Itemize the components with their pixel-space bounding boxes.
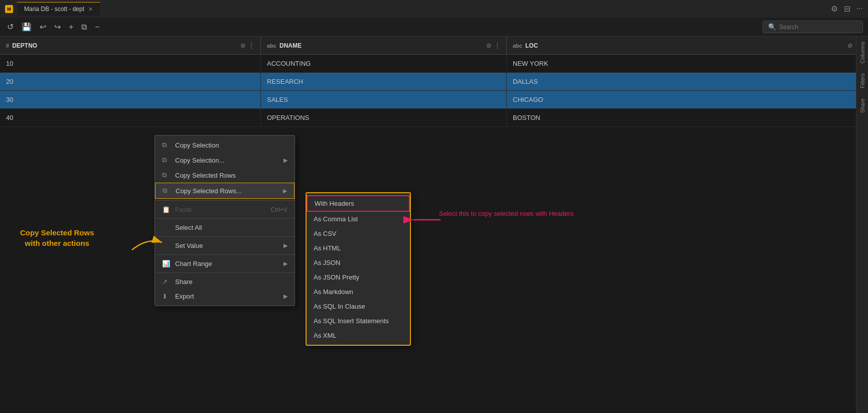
table-row[interactable]: 10 ACCOUNTING NEW YORK [0, 55, 868, 73]
submenu-item-as-sql-insert[interactable]: As SQL Insert Statements [307, 314, 410, 328]
col-actions-deptno: ⊘ ⋮ [240, 42, 254, 49]
table-row[interactable]: 20 RESEARCH DALLAS [0, 73, 868, 91]
menu-item-set-value[interactable]: Set Value ▶ [155, 238, 295, 253]
submenu-item-as-json-pretty[interactable]: As JSON Pretty [307, 270, 410, 285]
sidebar-tab-share[interactable]: Share [859, 98, 865, 113]
submenu-label-as-json: As JSON [314, 259, 340, 266]
submenu-item-as-xml[interactable]: As XML [307, 328, 410, 343]
hash-icon: # [6, 43, 9, 49]
save-button[interactable]: 💾 [20, 21, 34, 33]
col-header-deptno[interactable]: # DEPTNO ⊘ ⋮ [0, 37, 261, 54]
sidebar-tab-filters[interactable]: Filters [859, 73, 865, 88]
cell-dname-3: OPERATIONS [261, 109, 507, 126]
submenu-label-with-headers: With Headers [315, 200, 354, 207]
search-input[interactable] [779, 24, 857, 31]
sidebar-tab-columns[interactable]: Columns [859, 42, 865, 63]
undo-button[interactable]: ↩ [38, 21, 48, 33]
refresh-button[interactable]: ↺ [5, 21, 16, 33]
col-header-loc[interactable]: abc LOC ⊘ ⋮ [507, 37, 868, 54]
menu-label-chart-range: Chart Range [175, 260, 212, 267]
cell-loc-3: BOSTON [507, 109, 868, 126]
submenu-item-as-comma-list[interactable]: As Comma List [307, 212, 410, 226]
copy-button[interactable]: ⧉ [79, 22, 89, 33]
table-row[interactable]: 40 OPERATIONS BOSTON [0, 109, 868, 127]
orange-arrow-svg [129, 235, 165, 255]
pink-arrow-svg [411, 212, 442, 227]
cell-deptno-3: 40 [0, 109, 261, 126]
add-button[interactable]: + [67, 22, 75, 33]
cell-dname-1: RESEARCH [261, 73, 507, 90]
submenu-item-with-headers[interactable]: With Headers [307, 195, 410, 212]
submenu-item-as-csv[interactable]: As CSV [307, 226, 410, 241]
grid-container: # DEPTNO ⊘ ⋮ abc DNAME ⊘ ⋮ abc LOC ⊘ ⋮ [0, 37, 868, 413]
paste-icon: 📋 [162, 206, 170, 213]
abc-icon-loc: abc [513, 43, 522, 49]
share-icon: ↗ [162, 278, 170, 286]
more-icon[interactable]: ··· [856, 4, 863, 14]
more-icon-deptno[interactable]: ⋮ [248, 42, 254, 49]
submenu-label-as-csv: As CSV [314, 230, 337, 237]
cell-deptno-2: 30 [0, 91, 261, 108]
filter-icon-loc[interactable]: ⊘ [847, 42, 852, 49]
menu-item-export[interactable]: ⬇ Export ▶ [155, 289, 295, 304]
chart-icon: 📊 [162, 260, 170, 267]
submenu-arrow-icon-5: ▶ [283, 293, 287, 300]
submenu-arrow-icon-4: ▶ [283, 260, 287, 267]
context-menu: ⧉ Copy Selection ⧉ Copy Selection... ▶ ⧉… [155, 135, 295, 306]
annotation-text: Copy Selected Rows with other actions [20, 227, 94, 248]
copy-icon-4: ⧉ [163, 187, 171, 195]
redo-button[interactable]: ↪ [52, 21, 63, 33]
menu-item-copy-selected-rows-dots[interactable]: ⧉ Copy Selected Rows... ▶ [155, 183, 295, 199]
menu-item-share[interactable]: ↗ Share [155, 274, 295, 289]
menu-item-copy-selection-dots[interactable]: ⧉ Copy Selection... ▶ [155, 153, 295, 168]
col-label-loc: LOC [525, 42, 538, 49]
col-header-dname[interactable]: abc DNAME ⊘ ⋮ [261, 37, 507, 54]
submenu-label-as-json-pretty: As JSON Pretty [314, 273, 359, 281]
menu-item-select-all[interactable]: Select All [155, 220, 295, 235]
cell-dname-0: ACCOUNTING [261, 55, 507, 72]
pink-annotation: Select this to copy selected rows with H… [439, 210, 573, 217]
submenu-item-as-markdown[interactable]: As Markdown [307, 285, 410, 299]
submenu-item-as-json[interactable]: As JSON [307, 255, 410, 270]
submenu-label-as-sql-in-clause: As SQL In Clause [314, 303, 365, 310]
table-row[interactable]: 30 SALES CHICAGO [0, 91, 868, 109]
menu-item-paste[interactable]: 📋 Paste Ctrl+V [155, 202, 295, 217]
submenu-item-as-sql-in-clause[interactable]: As SQL In Clause [307, 299, 410, 314]
submenu-arrow-icon-3: ▶ [283, 242, 287, 249]
menu-separator-1 [155, 200, 295, 201]
submenu-item-as-html[interactable]: As HTML [307, 241, 410, 255]
menu-separator-3 [155, 236, 295, 237]
menu-label-set-value: Set Value [175, 242, 203, 249]
annotation-box: Copy Selected Rows with other actions [20, 227, 94, 248]
cell-deptno-0: 10 [0, 55, 261, 72]
submenu-arrow-icon-2: ▶ [283, 188, 287, 194]
submenu-label-as-sql-insert: As SQL Insert Statements [314, 317, 389, 325]
minus-button[interactable]: − [93, 22, 101, 33]
titlebar-actions: ⚙ ⊟ ··· [831, 4, 863, 14]
tab-close-button[interactable]: ✕ [88, 6, 93, 13]
toolbar: ↺ 💾 ↩ ↪ + ⧉ − 🔍 [0, 18, 868, 37]
settings-icon[interactable]: ⚙ [831, 4, 838, 14]
app-icon: M [5, 5, 13, 13]
grid-header: # DEPTNO ⊘ ⋮ abc DNAME ⊘ ⋮ abc LOC ⊘ ⋮ [0, 37, 868, 55]
search-box[interactable]: 🔍 [763, 21, 863, 33]
menu-item-chart-range[interactable]: 📊 Chart Range ▶ [155, 256, 295, 271]
menu-item-copy-selected-rows[interactable]: ⧉ Copy Selected Rows [155, 168, 295, 183]
menu-separator-2 [155, 218, 295, 219]
menu-item-copy-selection[interactable]: ⧉ Copy Selection [155, 137, 295, 153]
right-sidebar: Columns Filters Share [856, 37, 868, 413]
more-icon-dname[interactable]: ⋮ [494, 42, 500, 49]
filter-icon-dname[interactable]: ⊘ [486, 42, 491, 49]
layout-icon[interactable]: ⊟ [844, 4, 850, 14]
submenu-label-as-xml: As XML [314, 332, 337, 339]
tab-maria-db[interactable]: Maria DB - scott - dept ✕ [17, 2, 100, 16]
cell-loc-1: DALLAS [507, 73, 868, 90]
col-actions-dname: ⊘ ⋮ [486, 42, 500, 49]
submenu-arrow-icon: ▶ [283, 157, 287, 164]
pink-annotation-text: Select this to copy selected rows with H… [439, 210, 573, 217]
grid-body: 10 ACCOUNTING NEW YORK 20 RESEARCH DALLA… [0, 55, 868, 127]
cell-loc-0: NEW YORK [507, 55, 868, 72]
paste-shortcut: Ctrl+V [270, 206, 287, 213]
filter-icon-deptno[interactable]: ⊘ [240, 42, 245, 49]
menu-label-paste: Paste [175, 206, 192, 213]
